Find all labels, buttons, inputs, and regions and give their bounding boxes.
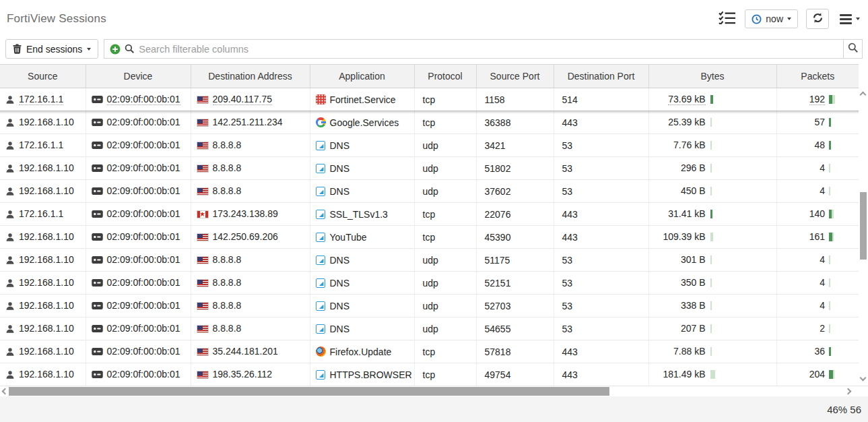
- source-ip[interactable]: 192.168.1.10: [19, 300, 74, 311]
- source-ip[interactable]: 192.168.1.10: [19, 185, 74, 197]
- packets-value[interactable]: 140: [809, 208, 825, 220]
- bytes-value[interactable]: 7.88 kB: [673, 346, 705, 357]
- column-header-bytes[interactable]: Bytes: [648, 65, 776, 88]
- session-row[interactable]: 172.16.1.1 02:09:0f:00:0b:01 173.243.138…: [0, 203, 859, 226]
- application-name[interactable]: Google.Services: [330, 117, 399, 128]
- scroll-down-icon[interactable]: [860, 375, 867, 382]
- session-row[interactable]: 192.168.1.10 02:09:0f:00:0b:01 8.8.8.8 D…: [0, 295, 859, 318]
- session-row[interactable]: 172.16.1.1 02:09:0f:00:0b:01 8.8.8.8 DNS…: [0, 134, 859, 157]
- column-header-destination-address[interactable]: Destination Address: [191, 65, 310, 88]
- packets-value[interactable]: 4: [820, 300, 825, 311]
- device-mac[interactable]: 02:09:0f:00:0b:01: [107, 162, 180, 174]
- application-name[interactable]: DNS: [330, 186, 350, 197]
- column-header-destination-port[interactable]: Destination Port: [554, 65, 648, 88]
- session-row[interactable]: 192.168.1.10 02:09:0f:00:0b:01 142.251.2…: [0, 111, 859, 134]
- horizontal-scrollbar-thumb[interactable]: [9, 387, 609, 396]
- device-mac[interactable]: 02:09:0f:00:0b:01: [107, 117, 180, 128]
- column-header-application[interactable]: Application: [310, 65, 414, 88]
- source-ip[interactable]: 192.168.1.10: [19, 231, 74, 243]
- destination-ip[interactable]: 35.244.181.201: [213, 346, 278, 357]
- bytes-value[interactable]: 7.76 kB: [673, 140, 705, 151]
- application-name[interactable]: DNS: [330, 255, 350, 266]
- packets-value[interactable]: 161: [809, 231, 825, 243]
- application-name[interactable]: HTTPS.BROWSER: [330, 369, 412, 380]
- session-row[interactable]: 192.168.1.10 02:09:0f:00:0b:01 8.8.8.8 D…: [0, 249, 859, 272]
- packets-value[interactable]: 36: [814, 346, 825, 357]
- application-name[interactable]: SSL_TLSv1.3: [330, 209, 388, 220]
- source-ip[interactable]: 192.168.1.10: [19, 369, 74, 380]
- bytes-value[interactable]: 207 B: [681, 323, 706, 334]
- device-mac[interactable]: 02:09:0f:00:0b:01: [107, 277, 180, 289]
- source-ip[interactable]: 192.168.1.10: [19, 162, 74, 174]
- application-name[interactable]: DNS: [330, 301, 350, 311]
- end-sessions-button[interactable]: End sessions: [5, 39, 98, 59]
- packets-value[interactable]: 192: [809, 94, 825, 105]
- application-name[interactable]: DNS: [330, 140, 350, 151]
- packets-value[interactable]: 4: [820, 185, 825, 197]
- source-ip[interactable]: 192.168.1.10: [19, 323, 74, 334]
- search-button[interactable]: [843, 40, 862, 58]
- destination-ip[interactable]: 8.8.8.8: [213, 254, 242, 266]
- destination-ip[interactable]: 142.251.211.234: [213, 117, 283, 128]
- application-name[interactable]: DNS: [330, 163, 350, 174]
- device-mac[interactable]: 02:09:0f:00:0b:01: [107, 231, 180, 243]
- application-name[interactable]: Fortinet.Service: [330, 94, 396, 105]
- destination-ip[interactable]: 142.250.69.206: [213, 231, 278, 243]
- bytes-value[interactable]: 31.41 kB: [668, 208, 705, 220]
- destination-ip[interactable]: 173.243.138.89: [213, 208, 278, 220]
- source-ip[interactable]: 192.168.1.10: [19, 346, 74, 357]
- menu-button[interactable]: [840, 14, 860, 24]
- device-mac[interactable]: 02:09:0f:00:0b:01: [107, 140, 180, 151]
- vertical-scrollbar[interactable]: [859, 88, 868, 386]
- column-header-source[interactable]: Source: [0, 65, 86, 88]
- packets-value[interactable]: 204: [809, 369, 825, 380]
- device-mac[interactable]: 02:09:0f:00:0b:01: [107, 254, 180, 266]
- packets-value[interactable]: 4: [820, 162, 825, 174]
- source-ip[interactable]: 172.16.1.1: [19, 208, 63, 220]
- session-row[interactable]: 192.168.1.10 02:09:0f:00:0b:01 8.8.8.8 D…: [0, 272, 859, 295]
- packets-value[interactable]: 2: [820, 323, 825, 334]
- bytes-value[interactable]: 181.49 kB: [663, 369, 705, 380]
- session-row[interactable]: 192.168.1.10 02:09:0f:00:0b:01 8.8.8.8 D…: [0, 157, 859, 180]
- scroll-right-icon[interactable]: [845, 388, 852, 395]
- session-row[interactable]: 192.168.1.10 02:09:0f:00:0b:01 35.244.18…: [0, 340, 859, 363]
- session-row[interactable]: 192.168.1.10 02:09:0f:00:0b:01 8.8.8.8 D…: [0, 318, 859, 340]
- vertical-scrollbar-thumb[interactable]: [860, 192, 867, 260]
- bytes-value[interactable]: 301 B: [681, 254, 706, 266]
- session-row[interactable]: 192.168.1.10 02:09:0f:00:0b:01 142.250.6…: [0, 226, 859, 249]
- destination-ip[interactable]: 198.35.26.112: [213, 369, 273, 380]
- application-name[interactable]: Firefox.Update: [330, 346, 392, 357]
- scroll-left-icon[interactable]: [2, 388, 9, 395]
- packets-value[interactable]: 48: [814, 140, 825, 151]
- refresh-button[interactable]: [806, 9, 829, 29]
- bytes-value[interactable]: 109.39 kB: [663, 231, 705, 243]
- destination-ip[interactable]: 8.8.8.8: [213, 277, 242, 289]
- application-name[interactable]: DNS: [330, 324, 350, 334]
- bytes-value[interactable]: 350 B: [681, 277, 706, 289]
- column-settings-button[interactable]: [719, 11, 735, 27]
- packets-value[interactable]: 4: [820, 277, 825, 289]
- destination-ip[interactable]: 8.8.8.8: [213, 300, 242, 311]
- source-ip[interactable]: 172.16.1.1: [19, 140, 63, 151]
- column-header-source-port[interactable]: Source Port: [476, 65, 554, 88]
- add-filter-button[interactable]: [110, 44, 121, 55]
- device-mac[interactable]: 02:09:0f:00:0b:01: [107, 208, 180, 220]
- bytes-value[interactable]: 338 B: [681, 300, 706, 311]
- source-ip[interactable]: 192.168.1.10: [19, 254, 74, 266]
- device-mac[interactable]: 02:09:0f:00:0b:01: [107, 94, 180, 105]
- device-mac[interactable]: 02:09:0f:00:0b:01: [107, 185, 180, 197]
- session-row[interactable]: 192.168.1.10 02:09:0f:00:0b:01 8.8.8.8 D…: [0, 180, 859, 203]
- application-name[interactable]: DNS: [330, 278, 350, 289]
- bytes-value[interactable]: 25.39 kB: [668, 117, 705, 128]
- destination-ip[interactable]: 209.40.117.75: [213, 94, 273, 105]
- source-ip[interactable]: 172.16.1.1: [19, 94, 63, 105]
- session-row[interactable]: 172.16.1.1 02:09:0f:00:0b:01 209.40.117.…: [0, 88, 859, 111]
- device-mac[interactable]: 02:09:0f:00:0b:01: [107, 300, 180, 311]
- device-mac[interactable]: 02:09:0f:00:0b:01: [107, 346, 180, 357]
- destination-ip[interactable]: 8.8.8.8: [213, 162, 242, 174]
- bytes-value[interactable]: 296 B: [681, 162, 706, 174]
- horizontal-scrollbar[interactable]: [0, 386, 868, 396]
- bytes-value[interactable]: 73.69 kB: [668, 94, 705, 105]
- search-input[interactable]: [139, 40, 843, 58]
- application-name[interactable]: YouTube: [330, 232, 367, 243]
